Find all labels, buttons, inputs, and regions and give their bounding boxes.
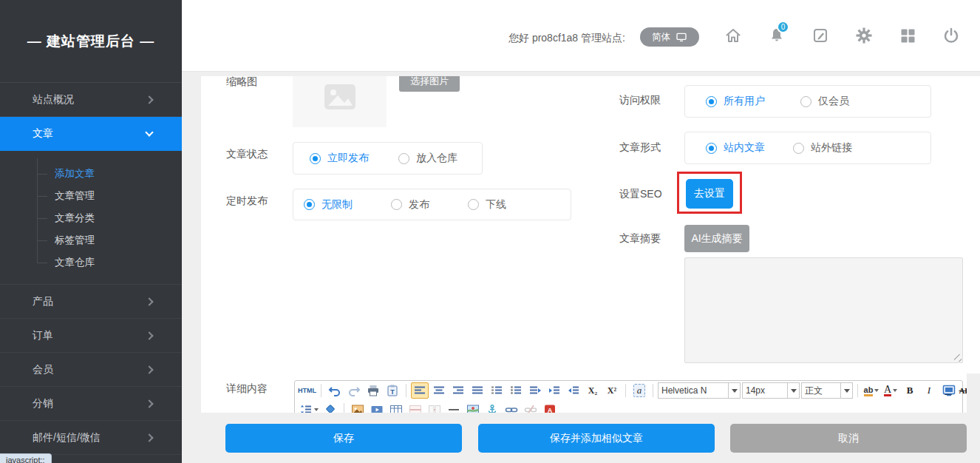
italic-icon[interactable]: I [920,382,938,399]
radio-members-only[interactable]: 仅会员 [800,95,849,108]
radio-all-users[interactable]: 所有用户 [706,95,765,108]
edit-site-button[interactable] [810,27,831,47]
radio-no-limit[interactable]: 无限制 [304,198,353,212]
thumbnail-label: 缩略图 [226,76,257,89]
format-eraser-icon[interactable] [321,402,339,413]
font-size-select[interactable]: 14px [742,382,800,399]
superscript-icon[interactable]: X² [603,382,621,399]
radio-unselected-icon [793,143,804,154]
access-permission-label: 访问权限 [619,94,661,107]
svg-text:A: A [548,407,553,413]
detail-content-label: 详细内容 [226,382,268,396]
access-permission-group: 所有用户 仅会员 [684,85,931,118]
summary-textarea[interactable] [684,257,963,363]
submenu-label: 文章分类 [55,212,95,225]
chevron-right-icon [145,297,153,305]
indent-icon[interactable] [545,382,563,399]
cancel-button[interactable]: 取消 [730,424,967,453]
font-color-icon[interactable]: A [882,382,899,399]
ordered-list-icon[interactable] [488,382,506,399]
redo-icon[interactable] [345,382,363,399]
scheduled-publish-group: 无限制 发布 下线 [293,189,571,220]
radio-immediate-publish[interactable]: 立即发布 [310,152,369,165]
save-button[interactable]: 保存 [225,424,462,453]
align-left-icon[interactable] [411,382,429,399]
sidebar-item-label: 会员 [33,363,53,376]
dropdown-arrow-icon [787,383,799,398]
sidebar-item-article[interactable]: 文章 [0,117,182,151]
manage-site-label: 管理站点: [581,32,625,45]
paragraph-direction-icon[interactable] [526,382,544,399]
radio-onsite-article[interactable]: 站内文章 [706,141,765,155]
unlink-icon[interactable] [522,402,540,413]
highlight-color-icon[interactable]: ab [862,382,880,399]
save-and-add-similar-button[interactable]: 保存并添加相似文章 [478,424,715,453]
radio-label: 仅会员 [818,95,849,108]
article-status-label: 文章状态 [226,148,268,161]
subscript-icon[interactable]: X₂ [584,382,602,399]
insert-video-icon[interactable] [368,402,386,413]
horizontal-rule-icon[interactable] [445,402,463,413]
outdent-icon[interactable] [565,382,582,399]
radio-selected-icon [310,153,321,164]
anchor-link-icon[interactable] [483,402,501,413]
fullscreen-icon[interactable] [940,382,958,399]
resize-grip-icon[interactable] [954,354,962,362]
radio-external-link[interactable]: 站外链接 [793,141,852,155]
insert-image-icon[interactable] [349,402,367,413]
table-merge-icon[interactable] [426,402,443,413]
submenu-item-article-warehouse[interactable]: 文章仓库 [0,251,182,274]
sidebar-item-member[interactable]: 会员 [0,353,182,387]
language-switch-button[interactable]: 简体 [640,27,699,47]
align-center-icon[interactable] [430,382,448,399]
sidebar-item-site-overview[interactable]: 站点概况 [0,83,182,117]
scheduled-publish-label: 定时发布 [226,195,268,208]
submenu-item-article-manage[interactable]: 文章管理 [0,185,182,207]
radio-put-in-warehouse[interactable]: 放入仓库 [398,152,457,165]
font-family-value: Helvetica N [659,385,728,396]
font-family-select[interactable]: Helvetica N [658,382,741,399]
paragraph-format-select[interactable]: 正文 [801,382,853,399]
dropdown-arrow-icon [840,383,852,398]
sidebar-item-distribution[interactable]: 分销 [0,387,182,421]
choose-image-button[interactable]: 选择图片 [399,76,460,92]
table-row-icon[interactable] [406,402,424,413]
undo-icon[interactable] [326,382,344,399]
edit-icon [811,27,829,47]
html-source-button[interactable]: HTML [298,382,316,399]
insert-table-icon[interactable] [387,402,405,413]
map-icon[interactable] [464,402,482,413]
seo-go-setup-button[interactable]: 去设置 [686,179,733,209]
radio-selected-icon [706,143,717,154]
apps-button[interactable] [897,27,918,47]
submenu-label: 文章仓库 [55,256,95,269]
highlight-glyph: ab [864,385,874,396]
chevron-right-icon [145,399,153,408]
radio-label: 所有用户 [724,95,765,108]
paste-from-word-icon[interactable]: T [384,382,401,399]
article-submenu: 添加文章 文章管理 文章分类 标签管理 文章仓库 [0,151,182,285]
radio-publish-time[interactable]: 发布 [391,198,429,212]
submenu-item-article-category[interactable]: 文章分类 [0,207,182,229]
power-icon [942,27,960,47]
align-right-icon[interactable] [449,382,467,399]
logout-button[interactable] [941,27,962,47]
ai-generate-summary-button[interactable]: AI生成摘要 [684,225,749,252]
print-icon[interactable] [364,382,382,399]
home-button[interactable] [723,27,743,47]
align-justify-icon[interactable] [469,382,486,399]
monitor-icon [676,31,687,43]
bold-icon[interactable]: B [901,382,919,399]
sidebar-item-order[interactable]: 订单 [0,319,182,353]
unordered-list-icon[interactable] [507,382,525,399]
sidebar-item-product[interactable]: 产品 [0,285,182,319]
radio-offline-time[interactable]: 下线 [468,198,506,212]
settings-button[interactable] [854,27,874,47]
flash-icon[interactable]: A [541,402,559,413]
sidebar-item-mail-sms-wechat[interactable]: 邮件/短信/微信 [0,421,182,455]
submenu-item-add-article[interactable]: 添加文章 [0,163,182,185]
line-height-icon[interactable] [298,402,320,413]
submenu-item-tag-manage[interactable]: 标签管理 [0,229,182,251]
hyperlink-icon[interactable] [503,402,520,413]
anchor-icon[interactable]: a [630,382,648,399]
